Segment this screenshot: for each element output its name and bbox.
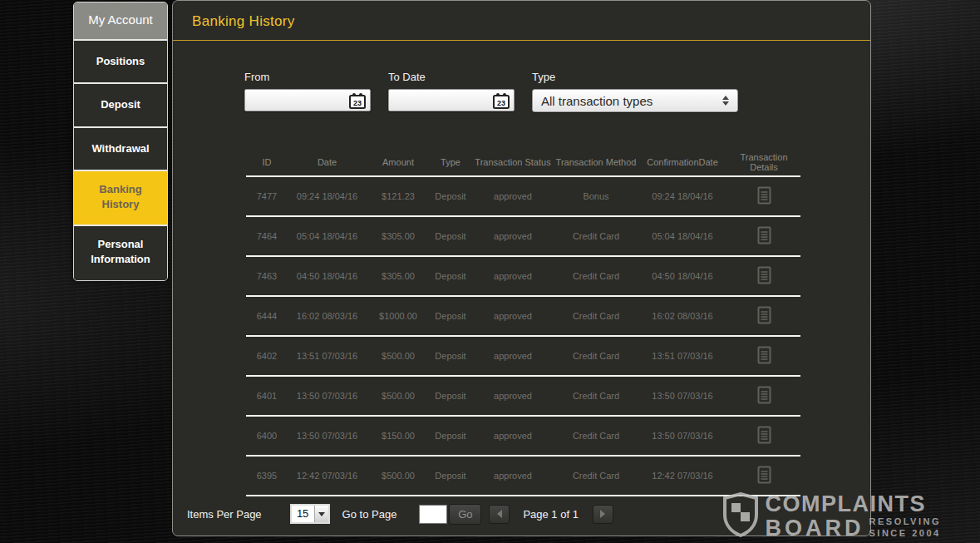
cell-details (727, 186, 800, 206)
cell-type: Deposit (430, 271, 471, 281)
cell-status: approved (471, 391, 554, 401)
account-sidebar: My Account Positions Deposit Withdrawal … (73, 2, 168, 281)
cell-status: approved (471, 191, 554, 201)
from-date-input[interactable] (247, 91, 347, 110)
watermark-board: BOARD (766, 517, 864, 540)
from-date-group: From 23 (244, 71, 371, 112)
table-row: 7464 05:04 18/04/16 $305.00 Deposit appr… (246, 217, 800, 257)
cell-type: Deposit (430, 431, 471, 441)
cell-date: 13:50 07/03/16 (288, 431, 367, 441)
cell-id: 7477 (246, 191, 288, 201)
calendar-icon[interactable]: 23 (348, 92, 367, 113)
to-date-field[interactable]: 23 (388, 89, 515, 111)
cell-method: Credit Card (554, 271, 638, 281)
watermark-complaints: COMPLAINTS (766, 493, 941, 516)
transaction-details-icon[interactable] (757, 426, 771, 446)
cell-confirmation: 12:42 07/03/16 (638, 471, 727, 481)
cell-amount: $305.00 (367, 271, 430, 281)
items-per-page-value: 15 (292, 506, 314, 522)
cell-method: Credit Card (554, 431, 638, 441)
table-row: 6400 13:50 07/03/16 $150.00 Deposit appr… (246, 417, 800, 457)
cell-type: Deposit (430, 391, 471, 401)
shield-icon (722, 492, 759, 541)
cell-status: approved (471, 431, 554, 441)
cell-type: Deposit (430, 351, 471, 361)
calendar-icon[interactable]: 23 (492, 92, 510, 113)
cell-id: 6402 (246, 351, 288, 361)
col-type: Type (430, 157, 471, 167)
cell-amount: $150.00 (367, 431, 430, 441)
cell-date: 13:50 07/03/16 (288, 391, 367, 401)
cell-amount: $500.00 (367, 471, 430, 481)
cell-confirmation: 04:50 18/04/16 (638, 271, 727, 281)
cell-details (727, 306, 800, 326)
watermark-text: COMPLAINTS BOARD RESOLVING SINCE 2004 (766, 493, 941, 540)
next-page-button[interactable] (593, 505, 613, 524)
transaction-details-icon[interactable] (757, 466, 771, 486)
from-date-label: From (244, 71, 371, 83)
panel-header: Banking History (173, 1, 870, 41)
transaction-details-icon[interactable] (757, 346, 771, 366)
prev-page-icon (497, 510, 502, 518)
cell-confirmation: 13:51 07/03/16 (638, 351, 727, 361)
banking-history-panel: Banking History From 23 To Date (172, 0, 871, 536)
cell-details (727, 266, 800, 286)
col-date: Date (288, 157, 367, 167)
col-id: ID (246, 157, 288, 167)
to-date-input[interactable] (391, 91, 490, 110)
cell-method: Credit Card (554, 231, 638, 241)
cell-id: 6400 (246, 431, 288, 441)
cell-confirmation: 13:50 07/03/16 (638, 391, 727, 401)
cell-details (727, 226, 800, 246)
cell-details (727, 386, 800, 406)
cell-type: Deposit (430, 231, 471, 241)
cell-details (727, 466, 800, 486)
sidebar-item-withdrawal[interactable]: Withdrawal (74, 126, 167, 170)
cell-date: 09:24 18/04/16 (288, 191, 367, 201)
cell-date: 12:42 07/03/16 (288, 471, 367, 481)
sidebar-item-deposit[interactable]: Deposit (74, 82, 167, 126)
cell-method: Credit Card (554, 391, 638, 401)
cell-type: Deposit (430, 191, 471, 201)
from-date-field[interactable]: 23 (244, 89, 371, 111)
watermark-tagline: RESOLVING SINCE 2004 (869, 516, 941, 540)
sidebar-item-positions[interactable]: Positions (74, 39, 167, 82)
dropdown-arrow-icon (314, 506, 328, 522)
transaction-details-icon[interactable] (757, 386, 771, 406)
cell-type: Deposit (430, 311, 471, 321)
transaction-details-icon[interactable] (757, 226, 771, 246)
cell-amount: $121.23 (367, 191, 430, 201)
table-body: 7477 09:24 18/04/16 $121.23 Deposit appr… (246, 177, 800, 496)
transaction-details-icon[interactable] (757, 266, 771, 286)
transactions-table: ID Date Amount Type Transaction Status T… (246, 149, 800, 496)
cell-id: 7463 (246, 271, 288, 281)
cell-details (727, 346, 800, 366)
cell-date: 05:04 18/04/16 (288, 231, 367, 241)
cell-amount: $500.00 (367, 351, 430, 361)
cell-method: Credit Card (554, 311, 638, 321)
cell-confirmation: 09:24 18/04/16 (638, 191, 727, 201)
cell-amount: $305.00 (367, 231, 430, 241)
transaction-details-icon[interactable] (757, 186, 771, 206)
cell-id: 7464 (246, 231, 288, 241)
complaintsboard-watermark: COMPLAINTS BOARD RESOLVING SINCE 2004 (722, 492, 941, 541)
cell-confirmation: 16:02 08/03/16 (638, 311, 727, 321)
previous-page-button[interactable] (489, 505, 510, 524)
transaction-details-icon[interactable] (757, 306, 771, 326)
cell-date: 04:50 18/04/16 (288, 271, 367, 281)
transaction-type-select[interactable]: All transaction types (532, 89, 738, 112)
cell-confirmation: 05:04 18/04/16 (638, 231, 727, 241)
table-row: 7463 04:50 18/04/16 $305.00 Deposit appr… (246, 257, 800, 297)
go-to-page-input[interactable] (419, 505, 447, 524)
sidebar-item-banking-history[interactable]: Banking History (74, 170, 167, 225)
next-page-icon (600, 510, 605, 518)
cell-confirmation: 13:50 07/03/16 (638, 431, 727, 441)
sidebar-item-personal-information[interactable]: Personal Information (74, 225, 167, 279)
cell-id: 6444 (246, 311, 288, 321)
items-per-page-label: Items Per Page (187, 508, 262, 521)
items-per-page-select[interactable]: 15 (290, 504, 330, 524)
go-button[interactable]: Go (449, 504, 481, 525)
table-row: 7477 09:24 18/04/16 $121.23 Deposit appr… (246, 177, 800, 217)
col-status: Transaction Status (471, 157, 554, 167)
type-label: Type (532, 71, 738, 83)
